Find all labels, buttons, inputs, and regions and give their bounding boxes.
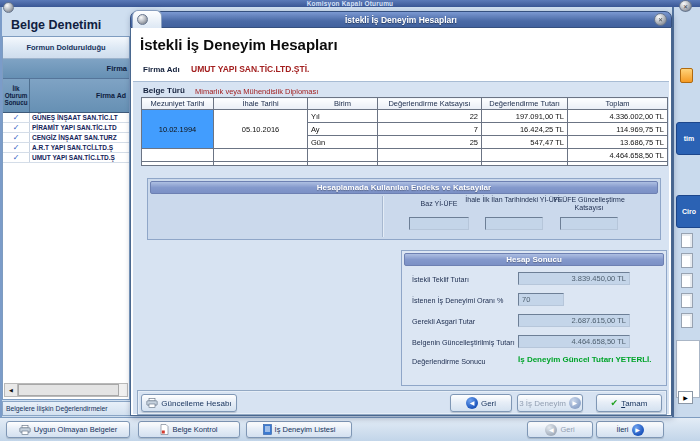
column-header-ilk-oturum-sonucu[interactable]: İlk Oturum Sonucu <box>3 79 30 112</box>
scroll-right-button[interactable]: ▶ <box>678 391 693 404</box>
document-icon[interactable] <box>681 253 693 268</box>
experience-table: Mezuniyet Tarihi İhale Tarihi Birim Değe… <box>141 97 668 166</box>
window-title: Belge Denetimi <box>11 18 101 32</box>
window-icon <box>3 2 14 13</box>
horizontal-scrollbar[interactable]: ◀ <box>4 383 128 397</box>
document-icon[interactable] <box>681 233 693 248</box>
degerlendirme-sonucu-value: İş Deneyim Güncel Tutarı YETERLİ. <box>518 355 652 364</box>
check-icon: ✔ <box>611 399 619 408</box>
document-check-icon <box>160 424 169 435</box>
table-cell <box>214 162 308 166</box>
oran-field[interactable]: 70 <box>518 293 564 306</box>
scrollbar-thumb[interactable] <box>18 384 119 396</box>
check-icon: ✓ <box>3 133 30 142</box>
dialog-istekli-is-deneyim: İstekli İş Deneyim Hesapları ✕ İstekli İ… <box>130 10 672 416</box>
table-cell: 4.336.002,00 TL <box>568 110 668 123</box>
list-icon <box>263 424 272 435</box>
attachment-icon <box>680 68 693 83</box>
vertical-tab-ciro[interactable]: Ciro <box>676 195 700 228</box>
guncellestirme-katsayisi-field[interactable] <box>560 217 618 230</box>
document-icon[interactable] <box>681 273 693 288</box>
button-label: Tamam <box>621 399 647 408</box>
button-label: Uygun Olmayan Belgeler <box>34 425 117 434</box>
dialog-corner-tab <box>132 10 162 28</box>
firma-name-cell: CENGİZ İNŞAAT SAN.TURZ <box>30 133 129 142</box>
documents-grid: Formun Doldurulduğu Firma İlk Oturum Son… <box>2 36 130 400</box>
document-icon[interactable] <box>681 293 693 308</box>
check-icon: ✓ <box>3 123 30 132</box>
dialog-body: İstekli İş Deneyim Hesapları Firma Adı U… <box>130 28 672 416</box>
table-row[interactable]: ✓ UMUT YAPI SAN.TİC.LTD.Ş <box>3 153 129 163</box>
table-cell: 16.424,25 TL <box>482 123 568 136</box>
table-cell <box>142 162 214 166</box>
is-deneyim-listesi-button[interactable]: İş Deneyim Listesi <box>246 421 352 438</box>
tamam-button[interactable]: ✔ Tamam <box>596 394 662 412</box>
guncel-tutar-label: Belgenin Güncelleştirilmiş Tutarı <box>412 338 515 347</box>
is-deneyim-button[interactable]: 3 İş Deneyim ▶ <box>517 394 583 412</box>
baz-yiufe-field[interactable] <box>409 217 469 230</box>
table-cell: 13.686,75 TL <box>568 136 668 149</box>
asgari-tutar-field: 2.687.615,00 TL <box>518 314 630 327</box>
scroll-left-icon: ◀ <box>9 387 13 393</box>
column-header-firma-adi[interactable]: Firma Ad <box>30 79 129 112</box>
table-row[interactable]: ✓ A.R.T YAPI SAN.TCİ.LTD.Ş <box>3 143 129 153</box>
firma-adi-value: UMUT YAPI SAN.TİC.LTD.ŞTİ. <box>191 64 309 74</box>
page-title: İstekli İş Deneyim Hesapları <box>140 36 338 53</box>
table-cell: Yıl <box>308 110 378 123</box>
table-row[interactable]: ✓ PİRAMİT YAPI SAN.TİC.LTD <box>3 123 129 133</box>
panel-track <box>676 340 700 398</box>
table-header: Değerlendirme Katsayısı <box>378 98 482 110</box>
table-cell <box>142 149 214 162</box>
firma-name-cell: UMUT YAPI SAN.TİC.LTD.Ş <box>30 153 129 162</box>
button-label: İş Deneyim Listesi <box>275 425 336 434</box>
table-cell: 22 <box>378 110 482 123</box>
section-header: Hesaplamada Kullanılan Endeks ve Katsayı… <box>150 181 658 194</box>
firma-name-cell: A.R.T YAPI SAN.TCİ.LTD.Ş <box>30 143 129 152</box>
app-close-button[interactable]: ✕ <box>679 0 692 12</box>
bottom-toolbar: Uygun Olmayan Belgeler Belge Kontrol İş … <box>0 417 700 441</box>
grid-column-headers: İlk Oturum Sonucu Firma Ad <box>3 79 129 113</box>
table-cell: 197.091,00 TL <box>482 110 568 123</box>
guncelleme-hesabi-button[interactable]: Güncelleme Hesabı <box>141 394 237 412</box>
scroll-left-button[interactable]: ◀ <box>5 384 18 396</box>
table-header: İhale Tarihi <box>214 98 308 110</box>
side-toolbar: tim Ciro ▶ <box>672 7 700 417</box>
table-row[interactable]: ✓ GÜNEŞ İNŞAAT SAN.TİC.LT <box>3 113 129 123</box>
ihale-ilan-yiufe-field[interactable] <box>485 217 543 230</box>
table-cell <box>482 149 568 162</box>
check-icon: ✓ <box>3 153 30 162</box>
teklif-tutari-field: 3.839.450,00 TL <box>518 272 630 285</box>
screen: Komisyon Kapalı Oturumu ✕ Belge Denetimi… <box>0 0 700 441</box>
column-header-formun-dolduruldugu[interactable]: Formun Doldurulduğu <box>3 37 129 59</box>
hesap-sonucu-section: Hesap Sonucu İstekli Teklif Tutarı İsten… <box>401 250 667 386</box>
check-icon: ✓ <box>3 143 30 152</box>
genel-toplam-cell: 4.464.658,50 TL <box>568 149 668 162</box>
geri-button[interactable]: ◀ Geri <box>450 394 512 412</box>
guncellestirme-katsayisi-label: Yİ-ÜFE Güncelleştirme Katsayısı <box>540 196 638 212</box>
table-row[interactable]: ✓ CENGİZ İNŞAAT SAN.TURZ <box>3 133 129 143</box>
teklif-tutari-label: İstekli Teklif Tutarı <box>412 275 469 284</box>
tab-belgelere-iliskin-degerlendirmeler[interactable]: Belgelere İlişkin Değerlendirmeler <box>2 401 132 416</box>
ileri-button[interactable]: İleri ▶ <box>596 421 664 438</box>
oran-label: İstenen İş Deneyimi Oranı % <box>412 296 503 305</box>
belge-kontrol-button[interactable]: Belge Kontrol <box>138 421 240 438</box>
vertical-tab-partial[interactable]: tim <box>676 122 700 155</box>
back-arrow-icon: ◀ <box>545 424 557 436</box>
geri-button-bottom[interactable]: ◀ Geri <box>527 421 593 438</box>
table-cell <box>378 162 482 166</box>
close-icon: ✕ <box>658 16 663 23</box>
table-cell <box>482 162 568 166</box>
dialog-close-button[interactable]: ✕ <box>654 13 667 26</box>
forward-arrow-icon: ▶ <box>632 424 644 436</box>
table-cell: 547,47 TL <box>482 136 568 149</box>
dialog-titlebar: İstekli İş Deneyim Hesapları <box>130 11 672 28</box>
scroll-right-icon: ▶ <box>683 394 688 401</box>
back-arrow-icon: ◀ <box>466 397 478 409</box>
guncel-tutar-field: 4.464.658,50 TL <box>518 335 630 348</box>
mezuniyet-tarihi-cell[interactable]: 10.02.1994 <box>142 110 214 149</box>
firma-adi-label: Firma Adı <box>143 65 180 74</box>
uygun-olmayan-belgeler-button[interactable]: Uygun Olmayan Belgeler <box>6 421 130 438</box>
belge-turu-label: Belge Türü <box>143 86 185 95</box>
document-icon[interactable] <box>681 313 693 328</box>
belge-turu-value: Mimarlık veya Mühendislik Diploması <box>195 87 318 96</box>
